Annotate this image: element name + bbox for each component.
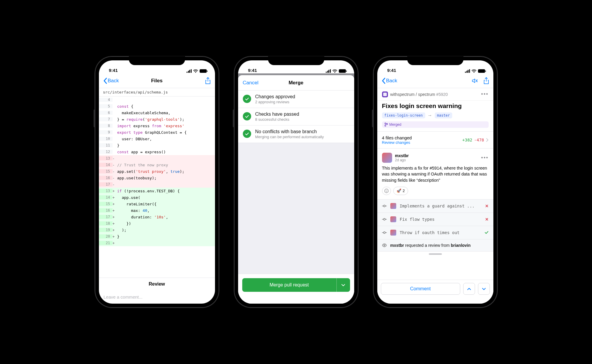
timeline-commit[interactable]: Throw if oauth times out bbox=[377, 226, 493, 239]
status-fail-icon: ✕ bbox=[485, 217, 489, 222]
diff-line[interactable]: 20+} bbox=[99, 233, 215, 240]
diff-marker: + bbox=[113, 241, 117, 245]
diff-line[interactable]: 13+if (!process.env.TEST_DB) { bbox=[99, 188, 215, 194]
timeline-commit[interactable]: Fix flow types✕ bbox=[377, 213, 493, 226]
diff-line[interactable]: 17- bbox=[99, 181, 215, 188]
diff-line[interactable]: 13- bbox=[99, 155, 215, 162]
share-button[interactable] bbox=[205, 77, 211, 84]
more-button[interactable]: ••• bbox=[481, 91, 489, 97]
svg-point-10 bbox=[384, 218, 385, 220]
merge-check-row[interactable]: Changes approved2 approving reviews bbox=[238, 91, 354, 108]
diff-line[interactable]: 18+ }) bbox=[99, 220, 215, 227]
back-button[interactable]: Back bbox=[381, 78, 397, 84]
code-content: export type GraphQLContext = { bbox=[117, 130, 215, 135]
diff-view[interactable]: 4 5 const {6 makeExecutableSchema,7 } = … bbox=[99, 96, 215, 278]
diff-marker: + bbox=[113, 202, 117, 206]
diff-line[interactable]: 16+ max: 40, bbox=[99, 207, 215, 214]
code-content: } bbox=[117, 234, 215, 239]
line-number: 17 bbox=[99, 215, 113, 219]
author-name[interactable]: mxstbr bbox=[395, 153, 409, 158]
check-subtitle: Merging can be performed automatically bbox=[255, 135, 324, 139]
merge-check-row[interactable]: Checks have passed8 successful checks bbox=[238, 108, 354, 125]
timeline-commit[interactable]: Implements a guard against ...✕ bbox=[377, 199, 493, 213]
diff-line[interactable]: 6 makeExecutableSchema, bbox=[99, 109, 215, 116]
comment-button[interactable]: Comment bbox=[381, 283, 460, 295]
share-button[interactable] bbox=[483, 77, 489, 84]
svg-point-7 bbox=[384, 205, 385, 207]
comment-input[interactable]: Leave a comment... bbox=[99, 290, 215, 304]
diff-line[interactable]: 14+ app.use( bbox=[99, 194, 215, 201]
status-time: 9:41 bbox=[387, 68, 396, 73]
comment-more-button[interactable]: ••• bbox=[481, 155, 489, 161]
next-button[interactable] bbox=[478, 283, 490, 295]
nav-bar: Back Files bbox=[99, 73, 215, 88]
diff-line[interactable]: 19+ ); bbox=[99, 227, 215, 233]
cancel-button[interactable]: Cancel bbox=[243, 80, 259, 86]
merge-check-row[interactable]: No conflicts with base branchMerging can… bbox=[238, 125, 354, 143]
diff-line[interactable]: 8 import express from 'express' bbox=[99, 123, 215, 129]
wifi-icon bbox=[193, 69, 198, 73]
branch-to[interactable]: master bbox=[435, 112, 452, 118]
commit-icon bbox=[382, 218, 387, 221]
signal-icon bbox=[465, 69, 470, 73]
diff-line[interactable]: 5 const { bbox=[99, 103, 215, 109]
avatar[interactable] bbox=[382, 153, 392, 163]
diff-line[interactable]: 4 bbox=[99, 96, 215, 103]
diff-line[interactable]: 10 user: DBUser, bbox=[99, 136, 215, 142]
files-changed-label: 4 files changed bbox=[382, 135, 412, 140]
code-content: makeExecutableSchema, bbox=[117, 111, 215, 115]
share-icon bbox=[205, 77, 211, 84]
smile-icon bbox=[384, 189, 389, 193]
nav-bar: Back bbox=[377, 73, 493, 88]
prev-button[interactable] bbox=[463, 283, 475, 295]
diff-line[interactable]: 7 } = require('graphql-tools'); bbox=[99, 116, 215, 123]
status-fail-icon: ✕ bbox=[485, 204, 489, 208]
diff-line[interactable]: 14-// Trust the now proxy bbox=[99, 162, 215, 168]
mute-button[interactable] bbox=[471, 78, 478, 84]
back-button[interactable]: Back bbox=[103, 78, 119, 84]
status-time: 9:41 bbox=[109, 68, 118, 73]
diff-line[interactable]: 17+ duration: '10s', bbox=[99, 214, 215, 220]
review-header: Review bbox=[99, 278, 215, 290]
add-reaction-button[interactable] bbox=[382, 187, 391, 195]
filepath-bar: src/interfaces/api/schema.js bbox=[99, 88, 215, 96]
line-number: 8 bbox=[99, 124, 113, 128]
nav-title: Files bbox=[151, 78, 163, 84]
code-content: ); bbox=[117, 228, 215, 232]
phone-files: 9:41 Back Files src/interfaces/api/s bbox=[95, 56, 219, 308]
code-content: duration: '10s', bbox=[117, 215, 215, 219]
line-number: 17 bbox=[99, 182, 113, 186]
svg-point-16 bbox=[384, 245, 385, 246]
merge-button[interactable]: Merge pull request bbox=[242, 278, 336, 292]
diff-line[interactable]: 11 } bbox=[99, 142, 215, 149]
code-content: app.use( bbox=[117, 195, 215, 200]
review-changes-link[interactable]: Review changes bbox=[382, 140, 412, 145]
repo-path-row[interactable]: withspectrum / spectrum #5920 ••• bbox=[377, 88, 493, 101]
line-number: 7 bbox=[99, 117, 113, 121]
branch-from[interactable]: fixes-login-screen bbox=[382, 112, 425, 118]
diff-marker: - bbox=[113, 176, 117, 180]
merge-options-button[interactable] bbox=[336, 278, 350, 292]
phone-merge: 9:41 Cancel Merge Changes approved2 appr… bbox=[234, 56, 358, 308]
line-number: 10 bbox=[99, 137, 113, 141]
svg-point-6 bbox=[387, 190, 387, 191]
diff-line[interactable]: 16-app.use(toobusy); bbox=[99, 175, 215, 181]
code-content: import express from 'express' bbox=[117, 124, 215, 128]
diff-line[interactable]: 12 const app = express() bbox=[99, 149, 215, 155]
code-content: } bbox=[117, 143, 215, 148]
repo-path: withspectrum / spectrum #5920 bbox=[390, 92, 448, 97]
diff-marker: + bbox=[113, 208, 117, 213]
code-content: // Trust the now proxy bbox=[117, 163, 215, 167]
files-changed-row[interactable]: 4 files changed Review changes +382 -478 bbox=[377, 131, 493, 149]
svg-rect-0 bbox=[383, 93, 387, 96]
drag-handle[interactable] bbox=[429, 253, 442, 255]
diff-line[interactable]: 15-app.set('trust proxy', true); bbox=[99, 168, 215, 175]
line-number: 15 bbox=[99, 169, 113, 173]
diff-line[interactable]: 21+ bbox=[99, 240, 215, 246]
svg-point-5 bbox=[386, 190, 386, 191]
reaction-rocket[interactable]: 🚀 2 bbox=[393, 187, 408, 195]
line-number: 5 bbox=[99, 104, 113, 108]
phone-pr: 9:41 Back bbox=[373, 56, 498, 308]
diff-line[interactable]: 9 export type GraphQLContext = { bbox=[99, 129, 215, 136]
diff-line[interactable]: 15+ rateLimiter({ bbox=[99, 201, 215, 207]
